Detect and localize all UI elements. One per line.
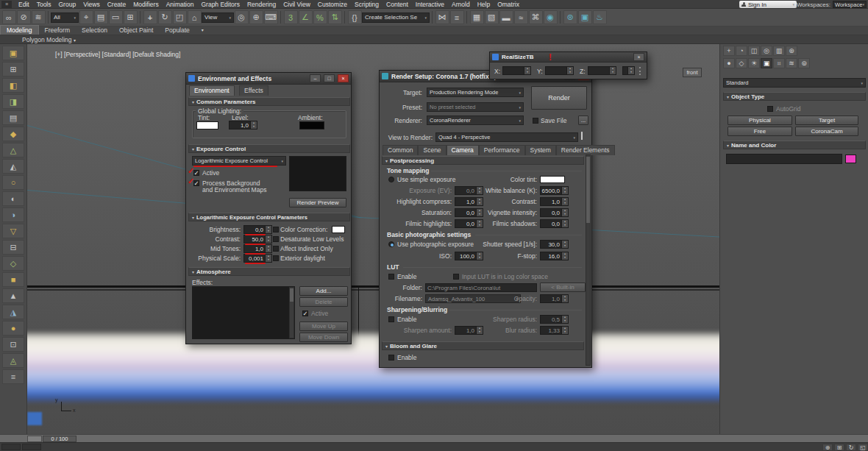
opacity-spinner[interactable]: 1,0▴▾: [540, 294, 569, 303]
sharpen-radius-spinner[interactable]: 0,5▴▾: [540, 315, 569, 324]
extra-spinner[interactable]: ▴▾: [622, 66, 635, 75]
bloom-enable-checkbox[interactable]: [388, 355, 394, 361]
zoom-icon[interactable]: ⊕: [822, 444, 833, 451]
app-logo-icon[interactable]: ≡: [1, 1, 12, 8]
ribbon-tab-populate[interactable]: Populate: [159, 26, 196, 35]
maxscript-mini-listener[interactable]: [1, 444, 21, 450]
y-spinner[interactable]: ▴▾: [545, 66, 574, 75]
tab-environment[interactable]: Environment: [189, 85, 235, 96]
track-bar[interactable]: 0 / 100: [0, 434, 868, 442]
ribbon-tool-icon[interactable]: ◨: [2, 94, 24, 109]
toggle-layer-explorer-icon[interactable]: ▧: [485, 10, 499, 24]
select-and-move-icon[interactable]: +: [143, 10, 157, 24]
free-camera-button[interactable]: Free: [728, 127, 792, 136]
x-spinner[interactable]: ▴▾: [502, 66, 531, 75]
select-and-place-icon[interactable]: ⌂: [188, 10, 202, 24]
effects-list[interactable]: [192, 286, 295, 339]
object-name-field[interactable]: [726, 154, 842, 164]
contrast-spinner[interactable]: 1,0▴▾: [540, 197, 569, 206]
percent-snap-icon[interactable]: %: [313, 10, 327, 24]
color-correction-checkbox[interactable]: [273, 227, 279, 232]
spinner-arrows-icon[interactable]: ▴▾: [562, 208, 569, 217]
maximize-button[interactable]: □: [324, 74, 335, 82]
spinner-arrows-icon[interactable]: ▴▾: [562, 252, 569, 260]
log-exposure-params-rollout[interactable]: ▾Logarithmic Exposure Control Parameters: [188, 213, 350, 221]
front-view-tag[interactable]: front: [683, 68, 702, 77]
ribbon-config-dropdown-icon[interactable]: ▾: [196, 26, 210, 35]
lut-enable-checkbox[interactable]: [388, 274, 394, 280]
lut-folder-field[interactable]: C:\Program Files\Corona\lut: [425, 283, 537, 292]
unlink-selection-icon[interactable]: ⊘: [17, 10, 31, 24]
menu-animation[interactable]: Animation: [163, 0, 198, 9]
bind-to-space-warp-icon[interactable]: ≋: [32, 10, 46, 24]
tab-system[interactable]: System: [525, 145, 556, 155]
dialog-title-bar[interactable]: Environment and Effects – □ ×: [186, 73, 351, 85]
toggle-scene-explorer-icon[interactable]: ▦: [470, 10, 484, 24]
spinner-arrows-icon[interactable]: ▴▾: [266, 254, 272, 263]
contrast-spinner[interactable]: 50,0▴▾: [243, 235, 272, 244]
tab-scene[interactable]: Scene: [418, 145, 446, 155]
affect-indirect-checkbox[interactable]: [273, 246, 279, 252]
motion-tab-icon[interactable]: ◎: [761, 46, 772, 56]
renderer-dropdown[interactable]: CoronaRenderer▾: [427, 116, 524, 125]
display-tab-icon[interactable]: ▥: [773, 46, 785, 56]
material-editor-icon[interactable]: ◉: [544, 10, 558, 24]
spinner-arrows-icon[interactable]: ▴▾: [567, 66, 574, 75]
select-and-scale-icon[interactable]: ◰: [173, 10, 187, 24]
menu-create[interactable]: Create: [104, 0, 130, 9]
filmic-shadows-spinner[interactable]: 0,0▴▾: [540, 219, 569, 228]
helpers-category-icon[interactable]: ⌗: [773, 58, 785, 68]
menu-views[interactable]: Views: [79, 0, 104, 9]
align-icon[interactable]: ≡: [450, 10, 464, 24]
object-color-swatch[interactable]: [845, 155, 856, 163]
ribbon-tool-icon[interactable]: ◧: [2, 78, 24, 93]
rectangular-selection-region-icon[interactable]: ▭: [109, 10, 123, 24]
common-parameters-rollout[interactable]: ▾Common Parameters: [188, 97, 350, 106]
spinner-arrows-icon[interactable]: ▴▾: [266, 225, 272, 234]
spinner-arrows-icon[interactable]: ▴▾: [562, 240, 569, 249]
bloom-glare-rollout[interactable]: ▾Bloom and Glare: [382, 341, 584, 350]
render-setup-icon[interactable]: ⊛: [563, 10, 577, 24]
postprocessing-rollout[interactable]: ▾Postprocessing: [382, 156, 584, 165]
menu-omatrix[interactable]: Omatrix: [494, 0, 523, 9]
built-in-button[interactable]: < Built-in: [540, 283, 586, 292]
physical-scale-spinner[interactable]: 0,001▴▾: [243, 254, 272, 263]
spinner-arrows-icon[interactable]: ▴▾: [562, 219, 569, 228]
tab-common[interactable]: Common: [383, 145, 418, 155]
target-dropdown[interactable]: Production Rendering Mode▾: [427, 88, 524, 97]
ribbon-tool-icon[interactable]: ◑: [2, 207, 24, 222]
color-tint-swatch[interactable]: [540, 176, 565, 183]
shutter-speed-spinner[interactable]: 30,0▴▾: [540, 240, 569, 249]
toggle-ribbon-icon[interactable]: ▬: [499, 10, 513, 24]
mid-tones-spinner[interactable]: 1,0▴▾: [243, 244, 272, 253]
tab-effects[interactable]: Effects: [239, 85, 268, 96]
exposure-control-rollout[interactable]: ▾Exposure Control: [188, 144, 350, 153]
select-and-rotate-icon[interactable]: ↻: [158, 10, 172, 24]
z-spinner[interactable]: ▴▾: [588, 66, 616, 75]
vignette-intensity-spinner[interactable]: 0,0▴▾: [540, 208, 569, 217]
menu-tools[interactable]: Tools: [33, 0, 55, 9]
utilities-tab-icon[interactable]: ⊛: [786, 46, 797, 56]
sharpen-enable-checkbox[interactable]: [388, 316, 394, 322]
spinner-arrows-icon[interactable]: ▴▾: [562, 326, 569, 335]
ribbon-tool-icon[interactable]: ▲: [2, 288, 24, 303]
systems-category-icon[interactable]: ⊚: [798, 58, 810, 68]
orbit-icon[interactable]: ↻: [846, 444, 856, 451]
select-object-icon[interactable]: ⌖: [79, 10, 93, 24]
keyboard-shortcut-override-icon[interactable]: ⌨: [264, 10, 278, 24]
render-preview-button[interactable]: Render Preview: [289, 198, 346, 207]
close-button[interactable]: ×: [633, 53, 644, 61]
name-color-rollout[interactable]: ▾Name and Color: [723, 141, 866, 149]
render-production-icon[interactable]: ♨: [593, 10, 607, 24]
spinner-arrows-icon[interactable]: ▴▾: [266, 235, 272, 244]
selection-filter-dropdown[interactable]: All▾: [51, 13, 79, 23]
ribbon-tool-icon[interactable]: ◮: [2, 305, 24, 319]
use-photographic-exposure-radio[interactable]: [388, 241, 394, 247]
exposure-control-dropdown[interactable]: Logarithmic Exposure Control▾: [192, 156, 286, 166]
menu-customize[interactable]: Customize: [314, 0, 351, 9]
ribbon-tool-icon[interactable]: ▣: [2, 46, 24, 60]
ribbon-tab-freeform[interactable]: Freeform: [39, 26, 76, 35]
ribbon-tab-selection[interactable]: Selection: [76, 26, 113, 35]
workspace-dropdown[interactable]: Workspace▾: [833, 1, 867, 8]
ribbon-tool-icon[interactable]: △: [2, 143, 24, 157]
